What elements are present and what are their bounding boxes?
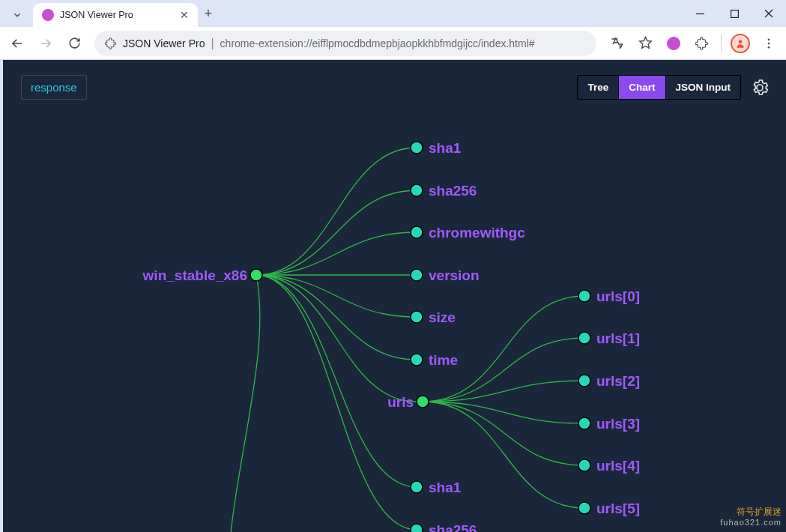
svg-point-32	[578, 417, 590, 429]
svg-point-8	[411, 142, 423, 154]
close-window-button[interactable]	[752, 0, 786, 27]
extension-pinned-button[interactable]	[661, 31, 686, 56]
svg-text:urls[0]: urls[0]	[596, 288, 640, 304]
chevron-down-icon	[12, 10, 22, 20]
node-sha256[interactable]: sha256	[411, 183, 477, 199]
watermark: 符号扩展迷 fuhao321.com	[720, 507, 782, 528]
node-urls-3[interactable]: urls[3]	[578, 416, 640, 432]
browser-tab[interactable]: JSON Viewer Pro ✕	[33, 3, 198, 27]
svg-point-4	[739, 40, 743, 43]
svg-text:size: size	[429, 309, 456, 325]
svg-point-12	[411, 226, 423, 238]
svg-point-24	[411, 524, 423, 532]
svg-text:urls[4]: urls[4]	[596, 458, 640, 474]
svg-text:urls[5]: urls[5]	[596, 501, 640, 516]
node-root[interactable]	[250, 269, 262, 281]
minimize-icon	[696, 10, 704, 18]
profile-button[interactable]	[728, 31, 753, 56]
node-version[interactable]: version	[411, 267, 480, 283]
tab-title: JSON Viewer Pro	[60, 10, 172, 20]
node-urls-4[interactable]: urls[4]	[578, 458, 640, 474]
svg-text:sha1: sha1	[429, 140, 462, 156]
node-sha1[interactable]: sha1	[411, 140, 462, 156]
puzzle-icon	[695, 37, 709, 50]
svg-text:sha256: sha256	[429, 183, 477, 199]
node-root-label: win_stable_x86	[142, 267, 247, 283]
arrow-left-icon	[10, 37, 24, 50]
dots-vertical-icon	[762, 37, 776, 50]
omnibox-url: chrome-extension://eifflpmocdbdmepbjaopk…	[220, 37, 535, 49]
json-tree-graph[interactable]: win_stable_x86 sha1 sha256 chromewithgc …	[3, 60, 786, 532]
svg-text:urls[1]: urls[1]	[596, 330, 640, 346]
star-icon	[638, 36, 653, 50]
svg-point-7	[768, 46, 770, 48]
svg-text:sha1: sha1	[429, 480, 462, 495]
node-sha1-2[interactable]: sha1	[411, 480, 462, 495]
node-time[interactable]: time	[411, 352, 458, 368]
favicon-icon	[42, 9, 54, 21]
svg-point-16	[411, 311, 423, 323]
node-size[interactable]: size	[411, 309, 456, 325]
svg-point-20	[417, 396, 429, 408]
node-urls-2[interactable]: urls[2]	[578, 373, 640, 389]
reload-button[interactable]	[61, 31, 87, 56]
address-bar[interactable]: JSON Viewer Pro | chrome-extension://eif…	[94, 31, 596, 56]
node-chromewithgc[interactable]: chromewithgc	[411, 225, 525, 241]
arrow-right-icon	[39, 37, 52, 50]
svg-text:urls: urls	[387, 394, 414, 410]
svg-point-36	[578, 502, 590, 514]
extension-icon	[105, 37, 117, 49]
svg-point-10	[411, 184, 423, 196]
node-urls-1[interactable]: urls[1]	[578, 330, 640, 346]
toolbar-divider	[721, 35, 722, 52]
omnibox-separator: |	[211, 37, 214, 50]
node-urls[interactable]: urls	[387, 394, 429, 410]
tab-search-button[interactable]	[4, 4, 30, 25]
forward-button[interactable]	[33, 31, 58, 56]
menu-button[interactable]	[756, 31, 782, 56]
close-icon	[764, 9, 773, 18]
svg-point-34	[578, 459, 590, 471]
svg-text:version: version	[429, 267, 480, 283]
svg-point-14	[411, 269, 423, 281]
svg-point-18	[411, 354, 423, 366]
back-button[interactable]	[4, 31, 30, 56]
translate-icon	[610, 36, 624, 50]
svg-rect-1	[731, 10, 738, 17]
maximize-icon	[731, 10, 739, 18]
new-tab-button[interactable]: +	[198, 6, 219, 22]
svg-point-5	[768, 38, 770, 40]
minimize-button[interactable]	[683, 0, 717, 27]
jsonviewer-ext-icon	[667, 37, 680, 50]
svg-point-26	[578, 290, 590, 302]
extensions-button[interactable]	[689, 31, 715, 56]
bookmark-button[interactable]	[632, 31, 658, 56]
translate-button[interactable]	[604, 31, 629, 56]
reload-icon	[68, 37, 81, 49]
svg-point-30	[578, 375, 590, 387]
svg-text:sha256: sha256	[429, 522, 477, 532]
node-urls-0[interactable]: urls[0]	[578, 288, 640, 304]
svg-text:chromewithgc: chromewithgc	[429, 225, 525, 241]
maximize-button[interactable]	[717, 0, 752, 27]
svg-text:time: time	[429, 352, 458, 368]
node-sha256-2[interactable]: sha256	[411, 522, 477, 532]
svg-text:urls[2]: urls[2]	[596, 373, 640, 389]
svg-point-28	[578, 332, 590, 344]
svg-text:urls[3]: urls[3]	[596, 416, 640, 432]
svg-point-6	[768, 42, 770, 44]
svg-point-22	[411, 481, 423, 493]
tab-close-button[interactable]: ✕	[178, 9, 190, 21]
node-urls-5[interactable]: urls[5]	[578, 501, 640, 516]
avatar-icon	[731, 34, 750, 53]
omnibox-title: JSON Viewer Pro	[123, 37, 205, 49]
